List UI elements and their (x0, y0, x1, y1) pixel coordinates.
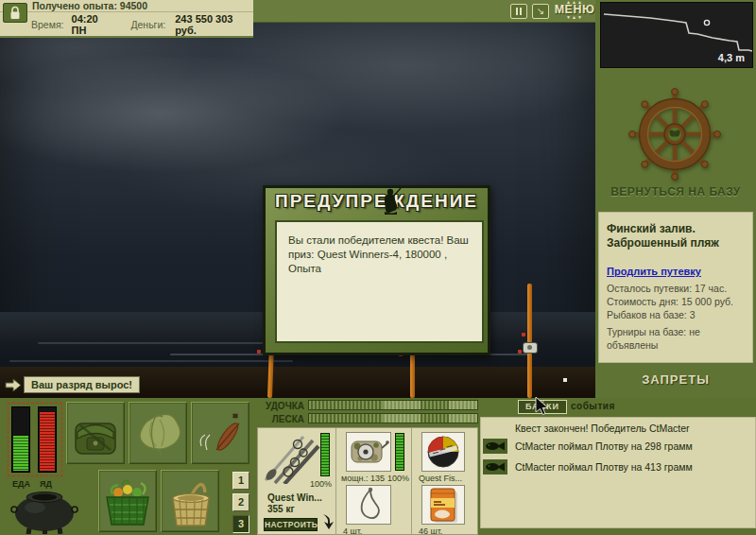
location-info-panel: Финский залив. Заброшенный пляж Продлить… (598, 212, 753, 363)
reel-percent: 100% (387, 474, 409, 483)
rod-bar-label: УДОЧКА (257, 401, 304, 411)
float-name: Quest Fis... (419, 474, 462, 483)
divider (335, 428, 336, 535)
event-text: CtMacter поймал Плотву на 413 грамм (515, 461, 693, 473)
fisherman-silhouette-icon (381, 187, 402, 216)
rod-icon[interactable] (262, 431, 320, 484)
inventory-tab-1[interactable]: 1 (232, 472, 249, 490)
float-ball-icon (424, 433, 462, 471)
bait-slot[interactable] (421, 485, 465, 525)
tab-events[interactable]: события (571, 401, 615, 411)
events-log: Квест закончен! Победитель CtMacter CtMa… (480, 417, 756, 528)
pouch-slot[interactable] (129, 402, 187, 464)
line-durability-bar (308, 413, 478, 423)
bans-button[interactable]: ЗАПРЕТЫ (595, 372, 756, 387)
pause-icon (516, 8, 518, 15)
experience-text: Получено опыта: 94500 (32, 0, 147, 11)
poison-gauge (38, 406, 57, 473)
reel-icon (348, 435, 389, 469)
bait-dot (563, 378, 567, 382)
ticket-remaining: Осталось путевки: 17 час. (607, 282, 745, 295)
event-row: CtMacter поймал Плотву на 413 грамм (481, 457, 756, 473)
bait-pack-icon (427, 486, 459, 524)
menu-button[interactable]: ▲▲▲ МЕНЮ ▼▲▼ (554, 0, 595, 25)
inventory-tab-2[interactable]: 2 (232, 493, 249, 511)
extend-ticket-link[interactable]: Продлить путевку (607, 266, 701, 277)
configure-button[interactable]: НАСТРОИТЬ (264, 518, 318, 531)
dialog-body: Вы стали победителем квеста! Ваш приз: Q… (275, 220, 484, 343)
rod-weight: 355 кг (267, 504, 295, 514)
depth-chart: 4,3 m (600, 2, 753, 68)
bucket-icon (163, 474, 216, 528)
dialog-body-text: Вы стали победителем квеста! Ваш приз: Q… (288, 234, 469, 274)
rod-percent: 100% (310, 479, 332, 489)
reel-power: мощн.: 135 (341, 474, 385, 483)
food-gauge (11, 406, 30, 473)
dialog-title: ПРЕДУПРЕЖДЕНИЕ (266, 191, 488, 212)
warning-dialog[interactable]: ПРЕДУПРЕЖДЕНИЕ Вы стали победителем квес… (263, 185, 490, 355)
event-row: CtMacter поймал Плотву на 298 грамм (481, 437, 756, 452)
ship-wheel-icon (627, 87, 722, 181)
fishers-on-base: Рыбаков на базе: 3 (607, 308, 745, 321)
time-value: 04:20 ПН (72, 13, 114, 36)
rank-up-text: Ваш разряд вырос! (31, 379, 132, 390)
cast-arrow-icon[interactable] (320, 513, 335, 530)
backpack-icon (69, 406, 122, 459)
float-slot[interactable] (421, 432, 465, 472)
location-line2: Заброшенный пляж (607, 236, 745, 250)
tackle-slot[interactable] (191, 402, 249, 464)
money-value: 243 550 303 руб. (175, 13, 253, 36)
money-label: Деньги: (130, 19, 165, 30)
return-to-base-button[interactable] (627, 87, 722, 185)
reel-condition-gauge (395, 433, 404, 471)
bucket-slot[interactable] (161, 470, 219, 532)
divider (411, 428, 412, 535)
collapse-icon: ↘ (537, 6, 544, 16)
rod-durability-bar (308, 400, 478, 410)
pouch-icon (131, 406, 184, 459)
bait-count: 46 шт. (419, 526, 442, 535)
event-text: Квест закончен! Победитель CtMacter (515, 423, 690, 434)
dialog-title-text: ПРЕДУПРЕЖДЕНИЕ (275, 191, 478, 211)
feather-hooks-icon (194, 406, 247, 459)
rod-marker (257, 350, 261, 354)
fish-icon (483, 459, 507, 475)
basket-slot[interactable] (98, 470, 157, 532)
depth-marker (704, 20, 709, 25)
events-header: БАЙКИ события (480, 398, 756, 417)
mouse-cursor (535, 396, 549, 416)
inventory-tab-3[interactable]: 3 (232, 515, 249, 533)
event-text: CtMacter поймал Плотву на 298 грамм (515, 440, 693, 452)
experience-bar: Получено опыта: 94500 (0, 0, 253, 12)
rod-setup-panel: 100% Quest Win... 355 кг НАСТРОИТЬ (257, 427, 478, 535)
line-bar-label: ЛЕСКА (257, 414, 304, 424)
rank-up-notice: Ваш разряд вырос! (24, 376, 140, 393)
wave-foam (9, 360, 293, 362)
basket-icon (101, 474, 154, 528)
rod-name: Quest Win... (267, 492, 322, 503)
game-screen: ↘ ▲▲▲ МЕНЮ ▼▲▼ Получено опыта: 94500 Вре… (0, 0, 756, 535)
reel-slot[interactable] (346, 432, 391, 472)
backpack-slot[interactable] (66, 402, 125, 464)
pause-button[interactable] (510, 4, 527, 19)
status-bar: Время: 04:20 ПН Деньги: 243 550 303 руб. (0, 12, 253, 38)
bottom-panel: ЕДА ЯД (0, 398, 756, 535)
event-row: Квест закончен! Победитель CtMacter (481, 423, 756, 434)
hook-slot[interactable] (346, 485, 391, 525)
day-cost: Стоимость дня: 15 000 руб. (607, 295, 745, 308)
rod-marker (522, 333, 525, 337)
hook-count: 4 шт. (343, 526, 362, 535)
lock-button[interactable] (3, 3, 27, 23)
fishing-rod-3[interactable] (527, 284, 532, 398)
vitals-gauges (8, 403, 62, 476)
hook-icon (350, 487, 387, 523)
return-to-base-label[interactable]: ВЕРНУТЬСЯ НА БАЗУ (595, 185, 756, 198)
fishing-reel-3 (523, 342, 538, 354)
rank-up-arrow-icon (4, 378, 23, 392)
rod-marker (518, 350, 522, 354)
cauldron-slot[interactable] (9, 487, 79, 535)
fishing-rod-2[interactable] (410, 349, 415, 398)
lock-icon (9, 6, 21, 20)
collapse-button[interactable]: ↘ (532, 4, 549, 19)
pause-icon (520, 8, 522, 15)
